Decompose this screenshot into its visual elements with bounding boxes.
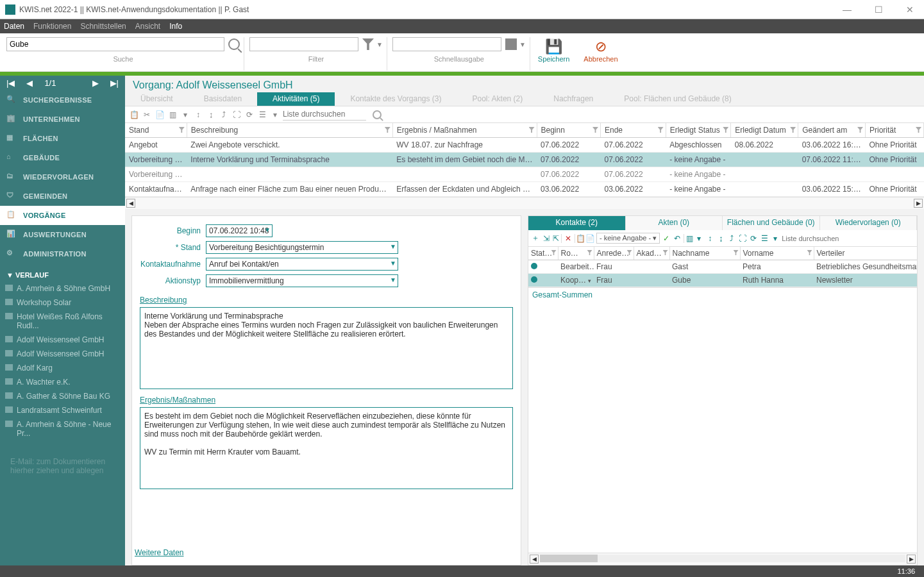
table-row[interactable]: Vorbereitung B...07.06.202207.06.2022- k… — [125, 167, 924, 182]
pager-last[interactable]: ▶| — [110, 78, 119, 88]
sort-asc-icon[interactable]: ↕ — [193, 110, 203, 120]
col-erledigt-datum[interactable]: Erledigt Datum — [731, 123, 798, 138]
rcol-vorname[interactable]: Vorname — [740, 247, 814, 260]
table-row[interactable]: Vorbereitung B...Interne Vorklärung und … — [125, 153, 924, 167]
rcol-rolle[interactable]: Ro… — [558, 247, 594, 260]
quickoutput-input[interactable] — [392, 37, 501, 51]
menu-schnittstellen[interactable]: Schnittstellen — [80, 22, 126, 31]
copy2-icon[interactable]: 📋 — [575, 234, 584, 243]
menu2-dd-icon[interactable]: ▾ — [771, 234, 780, 243]
pager-first[interactable]: |◀ — [6, 78, 15, 88]
menu-daten[interactable]: Daten — [4, 22, 24, 31]
history-item[interactable]: Workshop Solar — [0, 296, 125, 310]
paste2-icon[interactable]: 📄 — [585, 234, 594, 243]
refresh2-icon[interactable]: ⟳ — [749, 234, 758, 243]
history-item[interactable]: Adolf Karg — [0, 361, 125, 375]
print-icon[interactable] — [505, 38, 517, 50]
sidebar-item-suchergebnisse[interactable]: 🔍SUCHERGEBNISSE — [0, 90, 125, 110]
print-dropdown[interactable]: ▼ — [519, 41, 526, 48]
tab-uebersicht[interactable]: Übersicht — [125, 92, 189, 106]
link2-icon[interactable]: ⇱ — [553, 234, 562, 243]
link-icon[interactable]: ⇲ — [542, 234, 551, 243]
export2-icon[interactable]: ⤴ — [727, 234, 736, 243]
filter-icon[interactable] — [790, 127, 796, 133]
filter-icon[interactable] — [658, 127, 664, 133]
filter-icon[interactable] — [529, 127, 535, 133]
pager-prev[interactable]: ◀ — [26, 78, 33, 88]
sidebar-item-unternehmen[interactable]: 🏢UNTERNEHMEN — [0, 110, 125, 129]
sidebar-item-auswertungen[interactable]: 📊AUSWERTUNGEN — [0, 225, 125, 244]
list-search-input[interactable] — [283, 109, 366, 121]
menu-funktionen[interactable]: Funktionen — [33, 22, 71, 31]
history-item[interactable]: A. Gather & Söhne Bau KG — [0, 389, 125, 403]
kontakt-select[interactable]: Anruf bei Kontakt/en▼ — [206, 258, 398, 271]
subtab-kontakte[interactable]: Kontakte (2) — [528, 216, 626, 230]
cancel-button[interactable]: ⊘ Abbrechen — [577, 37, 624, 64]
history-item[interactable]: Landratsamt Schweinfurt — [0, 403, 125, 417]
table-row[interactable]: Kontaktaufnah...Anfrage nach einer Fläch… — [125, 182, 924, 197]
aktion-select[interactable]: Immobilienvermittlung▼ — [206, 274, 398, 287]
col-erledigt-status[interactable]: Erledigt Status — [666, 123, 731, 138]
sort1-icon[interactable]: ↕ — [705, 234, 714, 243]
tab-pool-flaechen[interactable]: Pool: Flächen und Gebäude (8) — [609, 92, 746, 106]
col-beschreibung[interactable]: Beschreibung — [187, 123, 392, 138]
cols-dd-icon[interactable]: ▾ — [694, 234, 703, 243]
ergebnis-textarea[interactable]: Es besteht im dem Gebiet noch die Möglic… — [140, 407, 513, 489]
rcol-stat[interactable]: Stat… — [528, 247, 558, 260]
search-icon[interactable] — [228, 38, 240, 50]
scrollbar-thumb[interactable] — [540, 555, 598, 562]
sidebar-item-administration[interactable]: ⚙ADMINISTRATION — [0, 244, 125, 263]
col-prioritaet[interactable]: Priorität — [866, 123, 924, 138]
email-dropzone[interactable]: E-Mail: zum Dokumentieren hierher ziehen… — [5, 448, 120, 484]
menu2-icon[interactable]: ☰ — [760, 234, 769, 243]
col-ergebnis[interactable]: Ergebnis / Maßnahmen — [392, 123, 537, 138]
cut-icon[interactable]: ✂ — [142, 110, 152, 120]
subtab-wiedervorlagen[interactable]: Wiedervorlagen (0) — [820, 216, 918, 230]
copy-icon[interactable]: 📋 — [129, 110, 139, 120]
filter-icon[interactable] — [734, 250, 739, 255]
export-icon[interactable]: ⤴ — [219, 110, 229, 120]
sidebar-item-flaechen[interactable]: ▦FLÄCHEN — [0, 129, 125, 148]
col-geaendert[interactable]: Geändert am — [798, 123, 866, 138]
related-search-input[interactable] — [782, 233, 859, 244]
paste-icon[interactable]: 📄 — [155, 110, 165, 120]
filter-icon[interactable] — [916, 127, 921, 133]
filter-dropdown[interactable]: ▼ — [376, 41, 383, 48]
revert-icon[interactable]: ↶ — [673, 234, 682, 243]
history-item[interactable]: A. Amrhein & Söhne GmbH — [0, 281, 125, 296]
scroll-right[interactable]: ▶ — [914, 199, 923, 208]
expand2-icon[interactable]: ⛶ — [738, 234, 747, 243]
weitere-daten-link[interactable]: Weitere Daten — [132, 543, 521, 562]
beginn-field[interactable]: 07.06.2022 10:48▼ — [206, 224, 273, 237]
search-input[interactable] — [6, 37, 224, 51]
history-item[interactable]: A. Wachter e.K. — [0, 375, 125, 389]
tab-pool-akten[interactable]: Pool: Akten (2) — [457, 92, 539, 106]
cols-icon[interactable]: ▥ — [684, 234, 693, 243]
check-icon[interactable]: ✓ — [662, 234, 671, 243]
rcol-anrede[interactable]: Anrede… — [594, 247, 634, 260]
minimize-button[interactable]: ― — [837, 4, 857, 15]
sort2-icon[interactable]: ↨ — [716, 234, 725, 243]
scroll-left[interactable]: ◀ — [126, 199, 135, 208]
sidebar-item-wiedervorlagen[interactable]: 🗂WIEDERVORLAGEN — [0, 167, 125, 187]
dropdown-icon[interactable]: ▾ — [180, 110, 190, 120]
history-item[interactable]: A. Amrhein & Söhne - Neue Pr... — [0, 417, 125, 440]
col-stand[interactable]: Stand — [125, 123, 187, 138]
filter-input[interactable] — [249, 37, 358, 51]
sort-desc-icon[interactable]: ↨ — [206, 110, 216, 120]
history-item[interactable]: Adolf Weissenseel GmbH — [0, 333, 125, 347]
rcol-nachname[interactable]: Nachname — [669, 247, 740, 260]
beschreibung-textarea[interactable]: Interne Vorklärung und Terminabsprache N… — [140, 307, 513, 389]
menu-info[interactable]: Info — [169, 22, 182, 31]
refresh-icon[interactable]: ⟳ — [244, 110, 255, 120]
col-beginn[interactable]: Beginn — [537, 123, 601, 138]
pager-next[interactable]: ▶ — [92, 78, 99, 88]
history-item[interactable]: Hotel Weißes Roß Alfons Rudl... — [0, 310, 125, 333]
filter-icon[interactable] — [592, 127, 598, 133]
table-row[interactable]: Bearbeit…FrauGastPetraBetriebliches Gesu… — [528, 260, 917, 274]
table-row[interactable]: AngebotZwei Angebote verschickt.WV 18.07… — [125, 138, 924, 153]
menu-icon[interactable]: ☰ — [257, 110, 267, 120]
sidebar-item-gemeinden[interactable]: 🛡GEMEINDEN — [0, 187, 125, 206]
list-search-icon[interactable] — [373, 110, 382, 119]
subtab-flaechen[interactable]: Flächen und Gebäude (0) — [723, 216, 820, 230]
